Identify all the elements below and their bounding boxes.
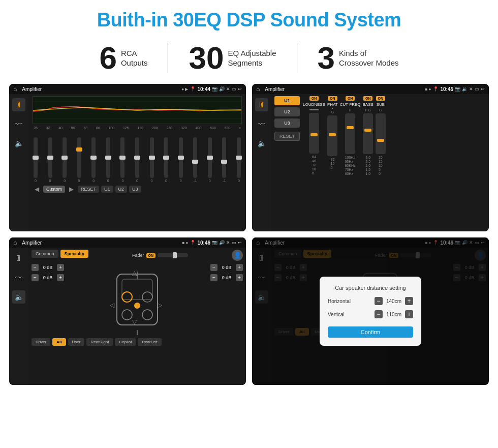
dialog-vertical-row: Vertical − 110cm +: [328, 310, 413, 318]
stats-row: 6 RCAOutputs 30 EQ AdjustableSegments 3 …: [0, 36, 498, 80]
location-icon-3: 📍: [190, 240, 196, 245]
side-panel-3: 🎚 〰 🔈: [9, 248, 28, 385]
speaker-br-minus[interactable]: −: [210, 274, 217, 281]
speaker-tl-minus[interactable]: −: [32, 264, 39, 271]
eq-u1-btn[interactable]: U1: [101, 186, 113, 193]
eq-slider-4[interactable]: 0: [91, 137, 96, 183]
amp-u3-btn[interactable]: U3: [274, 118, 300, 128]
phat-on-badge: ON: [328, 96, 337, 101]
cutfreq-slider[interactable]: [345, 113, 355, 154]
amp-sub-col: ON SUB G 20 15 10 5 0: [376, 96, 386, 175]
driver-btn[interactable]: Driver: [32, 338, 50, 346]
rearleft-btn[interactable]: RearLeft: [138, 338, 162, 346]
eq-slider-10[interactable]: 0: [179, 137, 183, 183]
horizontal-label: Horizontal: [328, 298, 351, 304]
confirm-button[interactable]: Confirm: [328, 326, 413, 338]
speaker-tr-val: 0 dB: [220, 265, 234, 270]
amp-u2-btn[interactable]: U2: [274, 107, 300, 116]
svg-point-8: [142, 310, 152, 320]
window-icon-3: ▭: [232, 240, 236, 245]
back-icon-2[interactable]: ↩: [481, 86, 485, 92]
window-icon-2: ▭: [475, 86, 479, 92]
home-icon-2[interactable]: ⌂: [256, 85, 260, 93]
home-icon-1[interactable]: ⌂: [13, 85, 17, 93]
fader-slider[interactable]: [158, 253, 188, 257]
freq-32: 32: [46, 126, 50, 130]
eq-slider-6[interactable]: 0: [120, 137, 124, 183]
eq-u3-btn[interactable]: U3: [129, 186, 141, 193]
horizontal-minus-btn[interactable]: −: [375, 297, 383, 305]
eq-slider-9[interactable]: 0: [164, 137, 168, 183]
screen3-content: 🎚 〰 🔈 Common Specialty Fader ON: [9, 248, 246, 385]
eq-slider-3[interactable]: 5: [77, 137, 81, 183]
amp-presets: U1 U2 U3 RESET: [274, 96, 300, 141]
eq-slider-7[interactable]: 0: [135, 137, 139, 183]
freq-630: 630: [224, 126, 230, 130]
all-btn[interactable]: All: [52, 338, 66, 346]
loudness-slider[interactable]: [309, 113, 319, 154]
home-icon-3[interactable]: ⌂: [13, 239, 17, 246]
eq-slider-8[interactable]: 0: [150, 137, 154, 183]
eq-u2-btn[interactable]: U2: [115, 186, 128, 193]
eq-side-icon[interactable]: 🎚: [12, 98, 25, 111]
horizontal-plus-btn[interactable]: +: [405, 297, 413, 305]
speaker-bl-val: 0 dB: [41, 275, 55, 280]
freq-100: 100: [109, 126, 115, 130]
speaker-bl-plus[interactable]: +: [57, 274, 64, 281]
fader-label: Fader: [132, 253, 144, 258]
speaker-bl-minus[interactable]: −: [32, 274, 39, 281]
eq-slider-13[interactable]: -1: [222, 137, 226, 183]
speaker-br-plus[interactable]: +: [236, 274, 243, 281]
eq-slider-14[interactable]: 0: [237, 137, 241, 183]
eq-slider-5[interactable]: 0: [106, 137, 110, 183]
screen2-content: 🎚 〰 🔈 U1 U2 U3 RESET: [252, 94, 489, 231]
eq-side-icon-3[interactable]: 🎚: [12, 252, 25, 265]
eq-side-icon-2[interactable]: 🎚: [255, 98, 268, 111]
eq-slider-12[interactable]: 0: [208, 137, 212, 183]
camera-icon-2: 📷: [455, 86, 460, 92]
sub-label: SUB: [377, 102, 385, 107]
eq-custom-btn[interactable]: Custom: [43, 186, 65, 193]
amp-reset-btn[interactable]: RESET: [274, 132, 300, 141]
screen-amp: ⌂ Amplifier ■ ● 📍 10:45 📷 🔉 ✕ ▭ ↩ 🎚 〰 🔈: [252, 84, 489, 231]
speaker-side-icon-2[interactable]: 🔈: [255, 137, 268, 150]
copilot-btn[interactable]: Copilot: [115, 338, 136, 346]
amp-u1-btn[interactable]: U1: [274, 96, 300, 105]
eq-next-btn[interactable]: ▶: [67, 185, 76, 194]
speaker-tr-plus[interactable]: +: [236, 264, 243, 271]
sub-slider[interactable]: [376, 113, 386, 154]
horizontal-control: − 140cm +: [375, 297, 413, 305]
vertical-minus-btn[interactable]: −: [375, 310, 383, 318]
back-icon-1[interactable]: ↩: [238, 86, 242, 92]
vertical-plus-btn[interactable]: +: [405, 310, 413, 318]
phat-slider[interactable]: [327, 115, 337, 156]
bottom-btn-row: Driver All User RearRight Copilot RearLe…: [32, 338, 243, 346]
speaker-tr-minus[interactable]: −: [210, 264, 217, 271]
back-icon-3[interactable]: ↩: [238, 240, 242, 245]
stat-label-rca: RCAOutputs: [121, 48, 148, 68]
screen1-dots: ● ▶: [181, 87, 188, 92]
vertical-label: Vertical: [328, 312, 345, 317]
wave-side-icon-3[interactable]: 〰: [12, 271, 25, 284]
common-tab[interactable]: Common: [32, 250, 58, 258]
eq-slider-11[interactable]: -1: [193, 137, 197, 183]
eq-slider-2[interactable]: 0: [63, 137, 67, 183]
eq-slider-1[interactable]: 0: [48, 137, 52, 183]
wave-side-icon-2[interactable]: 〰: [255, 117, 268, 131]
speaker-tl-plus[interactable]: +: [57, 264, 64, 271]
rearright-btn[interactable]: RearRight: [86, 338, 113, 346]
user-icon-3[interactable]: 👤: [232, 250, 243, 261]
wave-side-icon[interactable]: 〰: [12, 117, 25, 131]
specialty-tab[interactable]: Specialty: [60, 250, 89, 258]
user-btn[interactable]: User: [68, 338, 85, 346]
eq-prev-btn[interactable]: ◀: [33, 185, 41, 194]
eq-slider-0[interactable]: 0: [34, 137, 38, 183]
speaker-side-icon-3[interactable]: 🔈: [12, 290, 25, 304]
left-speaker-controls: − 0 dB + − 0 dB +: [32, 264, 64, 335]
eq-reset-btn[interactable]: RESET: [78, 186, 99, 193]
amp-loudness-col: ON LOUDNESS 64 48 32 16 0: [303, 96, 325, 175]
freq-200: 200: [152, 126, 158, 130]
screen3-time: 10:46: [197, 240, 210, 246]
speaker-side-icon[interactable]: 🔈: [12, 137, 25, 150]
bass-slider[interactable]: [363, 113, 373, 154]
